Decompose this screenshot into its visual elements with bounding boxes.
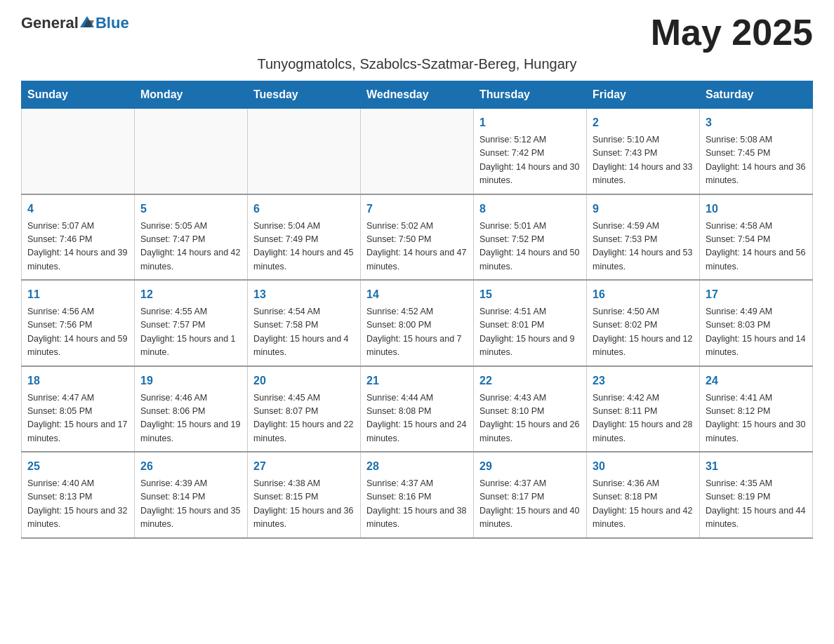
calendar-cell: 17Sunrise: 4:49 AMSunset: 8:03 PMDayligh… [700,280,813,366]
calendar-cell: 27Sunrise: 4:38 AMSunset: 8:15 PMDayligh… [248,452,361,538]
day-info: Sunrise: 4:47 AMSunset: 8:05 PMDaylight:… [27,391,128,446]
day-number: 17 [706,286,807,303]
calendar-header-row: SundayMondayTuesdayWednesdayThursdayFrid… [22,81,813,109]
weekday-header-monday: Monday [135,81,248,109]
calendar-cell: 15Sunrise: 4:51 AMSunset: 8:01 PMDayligh… [474,280,587,366]
day-number: 22 [479,373,581,389]
day-number: 30 [593,458,694,475]
day-number: 14 [366,286,468,303]
day-info: Sunrise: 5:01 AMSunset: 7:52 PMDaylight:… [479,220,581,274]
day-info: Sunrise: 4:37 AMSunset: 8:17 PMDaylight:… [479,477,581,532]
calendar-cell: 24Sunrise: 4:41 AMSunset: 8:12 PMDayligh… [700,366,813,452]
location-title: Tunyogmatolcs, Szabolcs-Szatmar-Bereg, H… [21,56,813,72]
day-number: 29 [479,458,581,475]
calendar-cell: 19Sunrise: 4:46 AMSunset: 8:06 PMDayligh… [135,366,248,452]
day-number: 5 [140,201,241,217]
calendar-cell: 23Sunrise: 4:42 AMSunset: 8:11 PMDayligh… [587,366,700,452]
calendar-cell: 5Sunrise: 5:05 AMSunset: 7:47 PMDaylight… [135,194,248,281]
calendar-cell [135,109,248,194]
day-info: Sunrise: 4:36 AMSunset: 8:18 PMDaylight:… [593,477,694,532]
day-number: 11 [27,286,128,303]
day-info: Sunrise: 4:51 AMSunset: 8:01 PMDaylight:… [479,305,581,360]
day-info: Sunrise: 5:12 AMSunset: 7:42 PMDaylight:… [479,133,581,188]
calendar-cell: 3Sunrise: 5:08 AMSunset: 7:45 PMDaylight… [700,109,813,194]
month-title: May 2025 [651,14,813,51]
day-number: 23 [593,373,694,389]
logo: General Blue [21,14,129,32]
calendar-cell [361,109,474,194]
calendar-cell: 6Sunrise: 5:04 AMSunset: 7:49 PMDaylight… [248,194,361,281]
day-info: Sunrise: 4:42 AMSunset: 8:11 PMDaylight:… [593,391,694,446]
day-number: 9 [593,201,694,217]
calendar-table: SundayMondayTuesdayWednesdayThursdayFrid… [21,81,813,539]
day-number: 28 [366,458,468,475]
day-number: 2 [593,114,694,131]
day-number: 18 [27,373,128,389]
day-number: 19 [140,373,241,389]
calendar-cell: 28Sunrise: 4:37 AMSunset: 8:16 PMDayligh… [361,452,474,538]
day-number: 21 [366,373,468,389]
calendar-week-3: 11Sunrise: 4:56 AMSunset: 7:56 PMDayligh… [22,280,813,366]
calendar-cell: 16Sunrise: 4:50 AMSunset: 8:02 PMDayligh… [587,280,700,366]
day-info: Sunrise: 4:46 AMSunset: 8:06 PMDaylight:… [140,391,241,446]
day-info: Sunrise: 5:07 AMSunset: 7:46 PMDaylight:… [27,220,128,274]
weekday-header-friday: Friday [587,81,700,109]
day-info: Sunrise: 4:39 AMSunset: 8:14 PMDaylight:… [140,477,241,532]
weekday-header-saturday: Saturday [700,81,813,109]
day-info: Sunrise: 4:43 AMSunset: 8:10 PMDaylight:… [479,391,581,446]
calendar-cell: 31Sunrise: 4:35 AMSunset: 8:19 PMDayligh… [700,452,813,538]
day-info: Sunrise: 4:37 AMSunset: 8:16 PMDaylight:… [366,477,468,532]
weekday-header-sunday: Sunday [22,81,135,109]
day-info: Sunrise: 4:44 AMSunset: 8:08 PMDaylight:… [366,391,468,446]
day-info: Sunrise: 4:55 AMSunset: 7:57 PMDaylight:… [140,305,241,360]
day-number: 20 [253,373,355,389]
calendar-cell [248,109,361,194]
calendar-cell: 18Sunrise: 4:47 AMSunset: 8:05 PMDayligh… [22,366,135,452]
calendar-cell: 13Sunrise: 4:54 AMSunset: 7:58 PMDayligh… [248,280,361,366]
logo-blue: Blue [95,14,129,32]
day-info: Sunrise: 4:49 AMSunset: 8:03 PMDaylight:… [706,305,807,360]
calendar-cell: 14Sunrise: 4:52 AMSunset: 8:00 PMDayligh… [361,280,474,366]
calendar-cell: 26Sunrise: 4:39 AMSunset: 8:14 PMDayligh… [135,452,248,538]
day-info: Sunrise: 5:04 AMSunset: 7:49 PMDaylight:… [253,220,355,274]
calendar-cell: 22Sunrise: 4:43 AMSunset: 8:10 PMDayligh… [474,366,587,452]
day-number: 25 [27,458,128,475]
calendar-cell [22,109,135,194]
day-info: Sunrise: 4:41 AMSunset: 8:12 PMDaylight:… [706,391,807,446]
day-number: 27 [253,458,355,475]
calendar-cell: 10Sunrise: 4:58 AMSunset: 7:54 PMDayligh… [700,194,813,281]
calendar-cell: 25Sunrise: 4:40 AMSunset: 8:13 PMDayligh… [22,452,135,538]
day-number: 24 [706,373,807,389]
page-header: General Blue May 2025 [21,14,813,51]
weekday-header-thursday: Thursday [474,81,587,109]
day-number: 1 [479,114,581,131]
day-number: 31 [706,458,807,475]
day-number: 4 [27,201,128,217]
logo-general: General [21,14,79,32]
day-number: 26 [140,458,241,475]
calendar-body: 1Sunrise: 5:12 AMSunset: 7:42 PMDaylight… [22,109,813,538]
calendar-cell: 7Sunrise: 5:02 AMSunset: 7:50 PMDaylight… [361,194,474,281]
day-info: Sunrise: 4:52 AMSunset: 8:00 PMDaylight:… [366,305,468,360]
day-info: Sunrise: 4:35 AMSunset: 8:19 PMDaylight:… [706,477,807,532]
day-number: 7 [366,201,468,217]
day-info: Sunrise: 4:58 AMSunset: 7:54 PMDaylight:… [706,220,807,274]
calendar-cell: 1Sunrise: 5:12 AMSunset: 7:42 PMDaylight… [474,109,587,194]
calendar-week-2: 4Sunrise: 5:07 AMSunset: 7:46 PMDaylight… [22,194,813,281]
calendar-cell: 12Sunrise: 4:55 AMSunset: 7:57 PMDayligh… [135,280,248,366]
calendar-cell: 21Sunrise: 4:44 AMSunset: 8:08 PMDayligh… [361,366,474,452]
day-info: Sunrise: 4:54 AMSunset: 7:58 PMDaylight:… [253,305,355,360]
calendar-cell: 8Sunrise: 5:01 AMSunset: 7:52 PMDaylight… [474,194,587,281]
day-info: Sunrise: 4:45 AMSunset: 8:07 PMDaylight:… [253,391,355,446]
calendar-cell: 11Sunrise: 4:56 AMSunset: 7:56 PMDayligh… [22,280,135,366]
calendar-week-1: 1Sunrise: 5:12 AMSunset: 7:42 PMDaylight… [22,109,813,194]
calendar-cell: 30Sunrise: 4:36 AMSunset: 8:18 PMDayligh… [587,452,700,538]
day-info: Sunrise: 5:08 AMSunset: 7:45 PMDaylight:… [706,133,807,188]
calendar-cell: 9Sunrise: 4:59 AMSunset: 7:53 PMDaylight… [587,194,700,281]
day-number: 8 [479,201,581,217]
calendar-cell: 2Sunrise: 5:10 AMSunset: 7:43 PMDaylight… [587,109,700,194]
weekday-header-tuesday: Tuesday [248,81,361,109]
day-number: 13 [253,286,355,303]
day-info: Sunrise: 4:59 AMSunset: 7:53 PMDaylight:… [593,220,694,274]
day-info: Sunrise: 4:40 AMSunset: 8:13 PMDaylight:… [27,477,128,532]
